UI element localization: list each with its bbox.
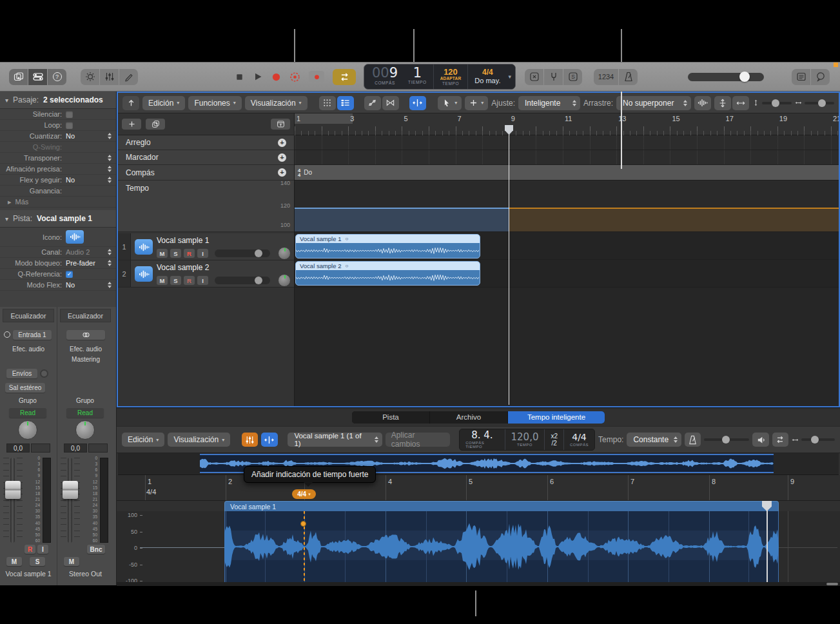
smart-controls-button[interactable] — [81, 69, 99, 85]
output-slot[interactable]: Sal estéreo — [5, 383, 45, 393]
track-header-1[interactable]: 1 Vocal sample 1 M S R I — [118, 233, 294, 260]
horizontal-auto-zoom-button[interactable] — [732, 96, 749, 110]
play-button[interactable] — [253, 72, 263, 82]
solo-button[interactable]: S — [170, 276, 181, 285]
track-view-button[interactable] — [337, 96, 354, 110]
tempo-segment-orange[interactable] — [509, 208, 839, 231]
pan-knob[interactable] — [18, 420, 37, 440]
notes-button[interactable] — [811, 69, 830, 85]
eq-display[interactable]: Ecualizador — [60, 309, 111, 322]
channel-strip-name[interactable]: Stereo Out — [57, 570, 113, 578]
pointer-tool-button[interactable]: ▾ — [438, 96, 462, 110]
volume-value[interactable]: 0,0 — [6, 444, 30, 453]
track-icon[interactable] — [135, 239, 153, 255]
param-row-transpose[interactable]: Transponer: — [0, 153, 116, 164]
global-track-arreglo[interactable]: Arreglo+ — [118, 135, 294, 150]
lcd-chevron-icon[interactable]: ▾ — [507, 64, 515, 89]
tab-tempo-inteligente[interactable]: Tempo inteligente — [508, 411, 605, 424]
solo-mode-button[interactable] — [563, 69, 582, 85]
arrangement-lane[interactable] — [295, 135, 839, 150]
track-pan-knob[interactable] — [278, 274, 291, 287]
track-icon[interactable] — [135, 266, 153, 282]
editor-menu-visualizacion[interactable]: Visualización▾ — [168, 433, 230, 447]
track-volume-slider[interactable] — [215, 249, 270, 257]
library-button[interactable] — [9, 69, 28, 85]
quick-help-button[interactable]: ? — [48, 69, 66, 85]
menu-funciones[interactable]: Funciones▾ — [188, 96, 241, 110]
mute-checkbox[interactable] — [66, 111, 73, 118]
region-selector-popup[interactable]: Vocal sample 1 (1 of 1) — [288, 433, 382, 447]
loop-checkbox[interactable] — [66, 122, 73, 129]
stereo-input-slot[interactable] — [66, 330, 105, 340]
stepper-icon[interactable] — [108, 133, 112, 139]
downbeat-marker-handle[interactable] — [300, 521, 306, 527]
master-volume-knob[interactable] — [739, 72, 750, 82]
param-row-fine-tune[interactable]: Afinación precisa: — [0, 164, 116, 175]
channel-strip-name[interactable]: Vocal sample 1 — [0, 570, 57, 578]
cycle-area[interactable] — [295, 113, 353, 124]
scrollbar-thumb[interactable] — [826, 583, 838, 585]
mastering-slot[interactable]: Mastering — [66, 355, 105, 364]
track-header-options-button[interactable] — [271, 119, 290, 130]
pan-knob[interactable] — [75, 420, 95, 440]
group-slot[interactable]: Grupo — [66, 396, 104, 405]
replace-record-button[interactable] — [309, 71, 324, 83]
add-arrangement-icon[interactable]: + — [278, 139, 286, 147]
menu-visualizacion[interactable]: Visualización▾ — [245, 96, 308, 110]
signature-lane[interactable]: 44 Do — [295, 165, 839, 180]
stepper-icon[interactable] — [108, 166, 112, 172]
editor-lcd-multiply[interactable]: x2 — [551, 433, 558, 440]
menu-edicion[interactable]: Edición▾ — [142, 96, 185, 110]
count-in-button[interactable]: 1234 — [594, 69, 618, 85]
flex-button[interactable] — [409, 96, 426, 110]
tuner-button[interactable] — [544, 69, 563, 85]
global-track-marcador[interactable]: Marcador+ — [118, 150, 294, 165]
input-format-icon[interactable] — [4, 331, 10, 338]
editor-waveform-panel[interactable]: 100500-50-100 — [117, 511, 840, 582]
audio-fx-slot[interactable]: Efec. audio — [9, 344, 48, 354]
input-monitor-button[interactable]: I — [37, 545, 48, 554]
fader-cap[interactable] — [5, 481, 21, 499]
apply-changes-button[interactable]: Aplicar cambios — [386, 433, 450, 447]
add-track-button[interactable] — [122, 119, 141, 130]
metronome-volume-slider[interactable] — [704, 438, 749, 441]
global-track-compas[interactable]: Compás+ — [118, 165, 294, 180]
track-name[interactable]: Vocal sample 2 — [157, 263, 294, 272]
marker-lane[interactable] — [295, 150, 839, 165]
param-row-loop[interactable]: Loop: — [0, 120, 116, 131]
eq-display[interactable]: Ecualizador — [3, 309, 54, 322]
stop-button[interactable] — [235, 72, 244, 82]
editor-hzoom-slider[interactable] — [792, 436, 835, 444]
hide-editor-button[interactable] — [122, 96, 139, 110]
automation-mode-button[interactable]: Read — [9, 408, 46, 418]
bar-ruler[interactable]: 13579111315171921 — [295, 113, 839, 135]
solo-button[interactable]: S — [170, 249, 181, 258]
flex-mode-param-row[interactable]: Modo Flex: No — [0, 280, 116, 291]
beat-markers-button[interactable] — [242, 433, 258, 447]
editor-playhead[interactable] — [767, 501, 768, 582]
volume-fader[interactable]: 03691215182124303540455060 — [57, 458, 114, 543]
record-enable-button[interactable]: R — [184, 249, 195, 258]
track-volume-slider[interactable] — [215, 277, 270, 284]
record-button[interactable] — [271, 72, 281, 82]
preview-volume-button[interactable] — [752, 433, 768, 447]
mute-button[interactable]: M — [157, 276, 168, 285]
volume-fader[interactable]: 03691215182124303540455060 — [0, 458, 57, 543]
grid-view-button[interactable] — [319, 96, 336, 110]
channel-param-row[interactable]: Canal: Audio 2 — [0, 247, 116, 258]
audio-region-vocal-sample-1[interactable]: Vocal sample 1○ — [295, 234, 480, 258]
stepper-icon[interactable] — [108, 282, 112, 288]
stepper-icon[interactable] — [108, 177, 112, 183]
volume-value[interactable]: 0,0 — [64, 444, 87, 453]
lcd-display[interactable]: 009 COMPÁS 1 TIEMPO 120 ADAPTAR TEMPO 4/… — [364, 64, 516, 90]
inspector-toggle-button[interactable] — [28, 69, 47, 85]
editor-cycle-button[interactable] — [772, 433, 788, 447]
editor-menu-edicion[interactable]: Edición▾ — [122, 433, 164, 447]
solo-button[interactable]: S — [30, 557, 45, 566]
q-reference-checkbox[interactable]: ✓ — [66, 271, 73, 278]
fader-cap[interactable] — [63, 481, 78, 499]
stepper-icon[interactable] — [108, 155, 112, 161]
editor-overview-strip[interactable] — [118, 453, 839, 475]
downbeat-signature-badge[interactable]: 4/4▾ — [292, 489, 316, 499]
mute-button[interactable]: M — [157, 249, 168, 258]
